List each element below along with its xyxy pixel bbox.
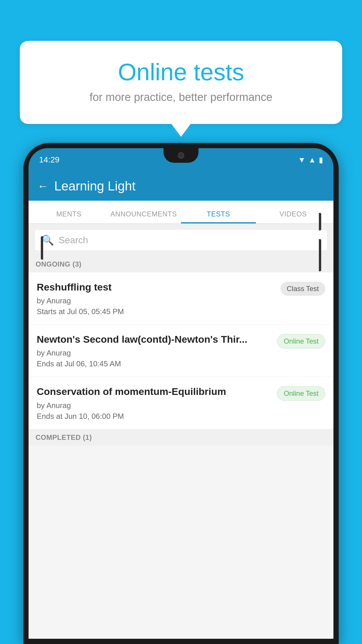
test-time-1: Starts at Jul 05, 05:45 PM bbox=[37, 307, 276, 316]
speech-bubble: Online tests for more practice, better p… bbox=[20, 41, 342, 124]
test-name-3: Conservation of momentum-Equilibrium bbox=[37, 385, 272, 398]
search-icon: 🔍 bbox=[42, 234, 54, 246]
status-icons: ▼ ▲ ▮ bbox=[298, 155, 323, 164]
badge-online-2: Online Test bbox=[277, 334, 325, 349]
test-time-2: Ends at Jul 06, 10:45 AM bbox=[37, 359, 272, 368]
phone-camera bbox=[178, 152, 184, 159]
search-container: 🔍 Search bbox=[29, 224, 333, 256]
test-item-1[interactable]: Reshuffling test by Anurag Starts at Jul… bbox=[29, 272, 333, 325]
speech-bubble-subtitle: for more practice, better performance bbox=[34, 91, 328, 104]
completed-label: COMPLETED (1) bbox=[36, 433, 92, 441]
phone-side-button-right-top bbox=[319, 213, 321, 230]
test-name-2: Newton's Second law(contd)-Newton's Thir… bbox=[37, 333, 272, 346]
test-time-3: Ends at Jun 10, 06:00 PM bbox=[37, 412, 272, 421]
speech-bubble-title: Online tests bbox=[34, 58, 328, 86]
search-bar[interactable]: 🔍 Search bbox=[34, 229, 328, 251]
tab-ments[interactable]: MENTS bbox=[31, 210, 106, 223]
tests-list: Reshuffling test by Anurag Starts at Jul… bbox=[29, 272, 333, 429]
ongoing-label: ONGOING (3) bbox=[36, 260, 82, 268]
phone-side-button-right-bottom bbox=[319, 239, 321, 271]
tabs-bar: MENTS ANNOUNCEMENTS TESTS VIDEOS bbox=[29, 201, 333, 224]
phone-side-button-left bbox=[41, 236, 43, 260]
app-title: Learning Light bbox=[54, 179, 136, 193]
test-name-1: Reshuffling test bbox=[37, 281, 276, 293]
test-info-2: Newton's Second law(contd)-Newton's Thir… bbox=[37, 333, 277, 368]
test-author-2: by Anurag bbox=[37, 349, 272, 358]
back-button[interactable]: ← bbox=[37, 180, 48, 192]
badge-class-1: Class Test bbox=[280, 282, 325, 296]
test-author-3: by Anurag bbox=[37, 401, 272, 410]
test-info-3: Conservation of momentum-Equilibrium by … bbox=[37, 385, 277, 421]
test-item-2[interactable]: Newton's Second law(contd)-Newton's Thir… bbox=[29, 325, 333, 377]
phone-screen: ← Learning Light MENTS ANNOUNCEMENTS TES… bbox=[29, 172, 333, 639]
battery-icon: ▮ bbox=[319, 155, 323, 164]
phone-notch bbox=[164, 148, 198, 163]
app-header: ← Learning Light bbox=[29, 172, 333, 201]
wifi-icon: ▼ bbox=[298, 155, 306, 164]
search-placeholder: Search bbox=[59, 235, 88, 246]
test-item-3[interactable]: Conservation of momentum-Equilibrium by … bbox=[29, 377, 333, 429]
test-info-1: Reshuffling test by Anurag Starts at Jul… bbox=[37, 281, 280, 316]
phone-frame: 14:29 ▼ ▲ ▮ ← Learning Light MENTS ANNOU… bbox=[23, 143, 339, 644]
tab-announcements[interactable]: ANNOUNCEMENTS bbox=[106, 210, 181, 223]
ongoing-section-header: ONGOING (3) bbox=[29, 256, 333, 272]
signal-icon: ▲ bbox=[308, 155, 316, 164]
completed-section-header: COMPLETED (1) bbox=[29, 429, 333, 446]
test-author-1: by Anurag bbox=[37, 296, 276, 305]
status-bar: 14:29 ▼ ▲ ▮ bbox=[29, 148, 333, 172]
tab-tests[interactable]: TESTS bbox=[181, 210, 256, 223]
badge-online-3: Online Test bbox=[277, 386, 325, 401]
phone-time: 14:29 bbox=[39, 155, 59, 164]
